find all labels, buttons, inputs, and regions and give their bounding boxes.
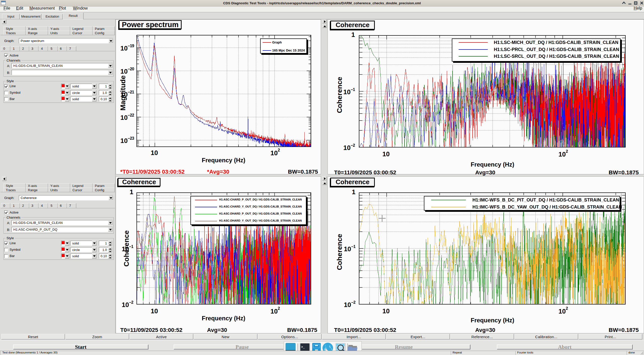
svg-text:>_: >_ (301, 345, 305, 349)
